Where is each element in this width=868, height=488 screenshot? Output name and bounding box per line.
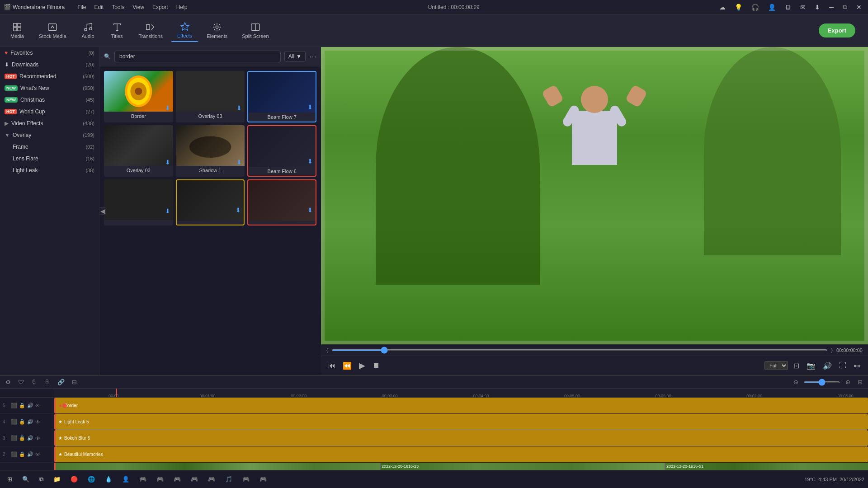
add-track-btn[interactable]: ⊞ bbox=[856, 378, 864, 386]
app5-btn[interactable]: 🎮 bbox=[136, 474, 150, 484]
timeline-settings-btn[interactable]: ⚙ bbox=[4, 378, 13, 386]
panel-collapse-arrow[interactable]: ◀ bbox=[99, 207, 106, 215]
menu-help[interactable]: Help bbox=[173, 3, 191, 11]
zoom-out-btn[interactable]: ⊖ bbox=[792, 378, 800, 386]
effect-card-beam6[interactable]: ⬇ Beam Flow 6 bbox=[247, 125, 316, 177]
search-input[interactable] bbox=[114, 51, 281, 62]
app1-btn[interactable]: 🔴 bbox=[67, 474, 81, 484]
close-btn[interactable]: ✕ bbox=[854, 3, 864, 12]
quality-select[interactable]: Full 1/2 1/4 bbox=[764, 361, 788, 370]
volume-btn[interactable]: 🔊 bbox=[821, 360, 834, 372]
fit-view-btn[interactable]: ⊡ bbox=[792, 360, 801, 372]
track-4-mute[interactable]: 🔊 bbox=[27, 419, 33, 425]
menu-tools[interactable]: Tools bbox=[108, 3, 128, 11]
track-5-mute[interactable]: 🔊 bbox=[27, 403, 33, 408]
start-btn[interactable]: ⊞ bbox=[4, 474, 16, 484]
effect-card-item7[interactable]: ⬇ bbox=[104, 179, 173, 225]
track-2-clip[interactable]: ★ Beautiful Memories bbox=[54, 446, 868, 462]
timeline-mixer-btn[interactable]: 🎚 bbox=[42, 378, 52, 386]
filter-dropdown[interactable]: All ▼ bbox=[284, 51, 306, 62]
track-3-lock[interactable]: 🔒 bbox=[19, 435, 25, 441]
effect-card-border[interactable]: ⬇ Border bbox=[104, 71, 173, 122]
track-3-toggle[interactable]: ⬛ bbox=[11, 435, 17, 441]
minimize-btn[interactable]: ─ bbox=[826, 3, 836, 12]
headphone-icon[interactable]: 🎧 bbox=[749, 3, 762, 12]
effect-card-item8[interactable]: ⬇ bbox=[176, 179, 245, 225]
fullscreen-btn[interactable]: ⛶ bbox=[837, 360, 848, 371]
track-4-lock[interactable]: 🔒 bbox=[19, 419, 25, 425]
track-4-clip[interactable]: ★ Light Leak 5 bbox=[54, 414, 868, 430]
app9-btn[interactable]: 🎮 bbox=[204, 474, 219, 484]
track-3-mute[interactable]: 🔊 bbox=[27, 435, 33, 441]
app8-btn[interactable]: 🎮 bbox=[187, 474, 202, 484]
track-2-toggle[interactable]: ⬛ bbox=[11, 451, 17, 457]
track-2-mute[interactable]: 🔊 bbox=[27, 451, 33, 457]
timeline-mic-btn[interactable]: 🎙 bbox=[29, 378, 39, 386]
track-3-clip[interactable]: ★ Bokeh Blur 5 bbox=[54, 430, 868, 446]
more-btn[interactable]: ⊷ bbox=[852, 360, 863, 372]
sidebar-item-video-effects[interactable]: ▶ Video Effects (438) bbox=[0, 117, 99, 129]
effect-card-shadow1[interactable]: ⬇ Shadow 1 bbox=[176, 125, 245, 177]
toolbar-audio[interactable]: Audio bbox=[75, 19, 102, 42]
sidebar-item-downloads[interactable]: ⬇ Downloads (20) bbox=[0, 59, 99, 70]
toolbar-effects[interactable]: Effects bbox=[171, 19, 198, 42]
track-5-visible[interactable]: 👁 bbox=[35, 403, 40, 408]
effect-card-overlay03-2[interactable]: ⬇ Overlay 03 bbox=[104, 125, 173, 177]
taskview-btn[interactable]: ⧉ bbox=[36, 474, 47, 485]
avatar-icon[interactable]: 👤 bbox=[765, 3, 778, 12]
menu-view[interactable]: View bbox=[129, 3, 148, 11]
app6-btn[interactable]: 🎮 bbox=[153, 474, 167, 484]
app4-btn[interactable]: 👤 bbox=[118, 474, 133, 484]
toolbar-split-screen[interactable]: Split Screen bbox=[236, 19, 275, 42]
sidebar-item-frame[interactable]: Frame (92) bbox=[0, 141, 99, 153]
menu-file[interactable]: File bbox=[74, 3, 90, 11]
sidebar-item-whats-new[interactable]: NEW What's New (950) bbox=[0, 82, 99, 94]
zoom-in-btn[interactable]: ⊕ bbox=[844, 378, 852, 386]
effect-card-beam7[interactable]: ⬇ Beam Flow 7 bbox=[247, 71, 316, 122]
toolbar-stock-media[interactable]: Stock Media bbox=[33, 19, 73, 42]
sidebar-item-favorites[interactable]: ♥ Favorites (0) bbox=[0, 47, 99, 59]
track-2-visible[interactable]: 👁 bbox=[35, 452, 40, 457]
menu-edit[interactable]: Edit bbox=[91, 3, 108, 11]
sidebar-item-light-leak[interactable]: Light Leak (38) bbox=[0, 164, 99, 176]
track-5-clip[interactable]: ★ Border bbox=[54, 398, 868, 413]
sidebar-item-world-cup[interactable]: HOT World Cup (27) bbox=[0, 106, 99, 117]
search-btn[interactable]: 🔍 bbox=[19, 474, 33, 484]
screenshot-btn[interactable]: 📷 bbox=[805, 360, 817, 372]
app10-btn[interactable]: 🎵 bbox=[222, 474, 236, 484]
timeline-link-btn[interactable]: 🔗 bbox=[56, 378, 66, 386]
export-button[interactable]: Export bbox=[819, 23, 855, 38]
timeline-split-btn[interactable]: ⊟ bbox=[70, 378, 79, 386]
grid-view-icon[interactable]: ⋯ bbox=[309, 52, 316, 61]
app7-btn[interactable]: 🎮 bbox=[170, 474, 184, 484]
sidebar-item-overlay[interactable]: ▼ Overlay (199) bbox=[0, 129, 99, 141]
toolbar-media[interactable]: Media bbox=[4, 19, 31, 42]
cloud-icon[interactable]: ☁ bbox=[717, 3, 728, 12]
timeline-track-btn[interactable]: 🛡 bbox=[16, 378, 26, 386]
effect-card-overlay03-1[interactable]: ⬇ Overlay 03 bbox=[176, 71, 245, 122]
effect-card-item9[interactable]: ⬇ bbox=[247, 179, 316, 225]
sidebar-item-lens-flare[interactable]: Lens Flare (16) bbox=[0, 153, 99, 164]
bulb-icon[interactable]: 💡 bbox=[732, 3, 745, 12]
chrome-btn[interactable]: 🌐 bbox=[84, 474, 99, 484]
explorer-btn[interactable]: 📁 bbox=[50, 474, 64, 484]
sidebar-item-christmas[interactable]: NEW Christmas (45) bbox=[0, 94, 99, 106]
toolbar-transitions[interactable]: Transitions bbox=[132, 19, 169, 42]
stop-btn[interactable]: ⏹ bbox=[371, 360, 382, 371]
track-4-toggle[interactable]: ⬛ bbox=[11, 419, 17, 425]
zoom-slider[interactable] bbox=[804, 381, 840, 383]
step-back-btn[interactable]: ⏪ bbox=[341, 360, 354, 372]
preview-timeline-slider[interactable] bbox=[332, 349, 828, 351]
track-4-visible[interactable]: 👁 bbox=[35, 419, 40, 425]
monitor-icon[interactable]: 🖥 bbox=[782, 3, 794, 12]
sidebar-item-recommended[interactable]: HOT Recommended (500) bbox=[0, 70, 99, 82]
app12-btn[interactable]: 🎮 bbox=[256, 474, 270, 484]
track-2-lock[interactable]: 🔒 bbox=[19, 451, 25, 457]
toolbar-elements[interactable]: Elements bbox=[200, 19, 234, 42]
play-btn[interactable]: ▶ bbox=[357, 359, 367, 372]
menu-export[interactable]: Export bbox=[149, 3, 172, 11]
toolbar-titles[interactable]: Titles bbox=[104, 19, 131, 42]
track-5-toggle[interactable]: ⬛ bbox=[11, 403, 17, 408]
mail-icon[interactable]: ✉ bbox=[797, 3, 808, 12]
rewind-btn[interactable]: ⏮ bbox=[326, 360, 337, 371]
